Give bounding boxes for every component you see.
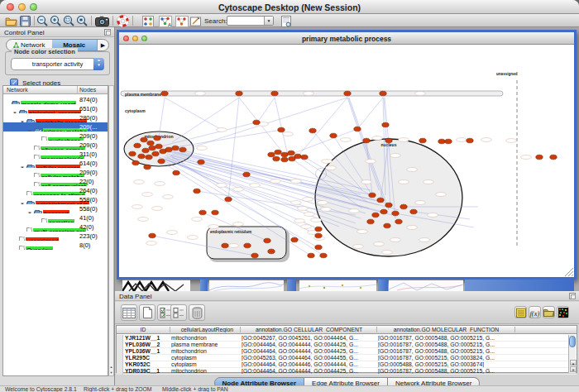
column-id[interactable]: ID [117, 327, 170, 332]
network-node[interactable] [385, 138, 392, 143]
network-node[interactable] [278, 127, 285, 132]
background-window-sliver[interactable] [122, 280, 190, 291]
network-node[interactable] [268, 152, 275, 157]
network-node[interactable] [372, 213, 379, 218]
tree-item-cellular-process[interactable]: ▼cellular process614(0) [3, 159, 108, 168]
network-node[interactable] [253, 120, 260, 125]
tree-item-primary-metabo[interactable]: ▼primary metabo209(... [3, 122, 108, 131]
zoom-out-button[interactable] [36, 15, 49, 27]
network-node[interactable] [377, 198, 384, 203]
network-node[interactable] [344, 91, 351, 96]
zoom-in-button[interactable] [50, 15, 62, 27]
network-node[interactable] [225, 197, 232, 202]
network-window-titlebar[interactable]: primary metabolic process [119, 32, 574, 45]
network-node[interactable] [445, 139, 452, 144]
network-node[interactable] [138, 154, 145, 159]
network-node[interactable] [165, 147, 172, 152]
table-row[interactable]: YKR052Ccytoplasm[GO:0044464, GO:0044446,… [117, 361, 577, 368]
column-cellular-layout-region[interactable]: _cellularLayoutRegion [171, 327, 241, 332]
network-node[interactable] [536, 155, 543, 160]
network-node[interactable] [134, 143, 141, 148]
network-node[interactable] [173, 170, 179, 175]
column-go-molecular-function[interactable]: annotation.GO MOLECULAR_FUNCTION [378, 327, 515, 332]
tree-item-biological-process[interactable]: ▼biological_process651(0) [3, 104, 108, 113]
tree-item-cell-communicat[interactable]: cell communicat22(0) [3, 177, 108, 186]
tree-item-response-to-stimul[interactable]: response to stimul264(0) [3, 186, 108, 195]
column-divider[interactable] [77, 86, 78, 94]
network-node[interactable] [363, 138, 370, 143]
network-node[interactable] [142, 148, 149, 153]
background-window-sliver[interactable] [389, 280, 463, 291]
tree-item-multi-organism-pro[interactable]: multi-organism pro42(0) [3, 222, 108, 232]
network-node[interactable] [419, 138, 426, 143]
scroll-down-arrow[interactable]: ▼ [570, 366, 577, 372]
network-node[interactable] [154, 136, 160, 141]
network-node[interactable] [194, 189, 200, 194]
network-node[interactable] [410, 209, 417, 214]
snapshot-camera-button[interactable] [95, 15, 109, 27]
canvas-resize-grip[interactable] [565, 268, 573, 276]
import-attributes-button[interactable] [543, 306, 555, 318]
network-node[interactable] [243, 172, 250, 177]
table-row[interactable]: YPL036W__1mitochondrion[GO:0044464, GO:0… [117, 348, 577, 355]
network-node[interactable] [179, 147, 186, 152]
network-node[interactable] [382, 122, 389, 127]
save-button[interactable] [20, 15, 31, 27]
network-node[interactable] [275, 150, 281, 155]
table-row[interactable]: YJR121W__1mitochondrion[GO:0045267, GO:0… [117, 335, 577, 342]
network-node[interactable] [141, 137, 147, 142]
network-node[interactable] [288, 151, 294, 155]
help-lifesaver-button[interactable] [117, 15, 129, 27]
network-node[interactable] [291, 237, 298, 242]
network-node[interactable] [264, 238, 270, 243]
tabs-overflow-arrow[interactable]: ▶ [97, 40, 108, 50]
edit-network-b-button[interactable] [175, 15, 189, 27]
network-node[interactable] [395, 219, 402, 224]
network-node[interactable] [149, 233, 156, 238]
scroll-up-arrow[interactable]: ▲ [570, 360, 577, 366]
network-node[interactable] [149, 146, 156, 151]
network-canvas[interactable]: plasma membrane cytoplasm mitochondrion … [119, 45, 574, 277]
search-settings-button[interactable] [281, 15, 291, 27]
dropdown-stepper-icon[interactable]: ▲▼ [93, 58, 104, 70]
tree-item-secretion[interactable]: secretion41(0) [3, 213, 108, 222]
network-node[interactable] [330, 133, 337, 138]
network-view-window[interactable]: primary metabolic process plasma membran… [117, 30, 577, 280]
background-window-border[interactable] [378, 280, 388, 291]
network-node[interactable] [467, 138, 473, 143]
network-node[interactable] [384, 223, 390, 228]
edit-network-a-button[interactable]: A [159, 15, 172, 27]
network-node[interactable] [281, 157, 288, 162]
new-attribute-button[interactable] [139, 304, 156, 321]
delete-attribute-button[interactable] [189, 304, 205, 321]
tree-item-mosaic-demo-yeast[interactable]: mosaic-demo-yeast874(0) [3, 95, 108, 104]
network-node[interactable] [309, 128, 316, 133]
network-node[interactable] [301, 155, 308, 160]
network-node[interactable] [152, 151, 159, 156]
network-node[interactable] [268, 249, 275, 254]
network-node[interactable] [354, 127, 361, 131]
table-row[interactable]: YPL036W__2plasma membrane[GO:0044464, GO… [117, 342, 577, 348]
network-node[interactable] [158, 159, 165, 164]
table-row[interactable]: YLR295Ccytoplasm[GO:0045263, GO:0044464,… [117, 355, 577, 361]
tree-item-establishment-of-lo[interactable]: ▼establishment of lo558(0) [3, 195, 108, 204]
network-node[interactable] [132, 160, 139, 165]
zoom-selected-button[interactable] [63, 15, 75, 27]
network-node[interactable] [222, 243, 228, 248]
network-node[interactable] [438, 139, 445, 144]
background-window-border[interactable] [465, 280, 574, 291]
network-node[interactable] [161, 91, 168, 96]
tree-item-cellular-metabo[interactable]: cellular metabo209(0) [3, 168, 108, 177]
network-node[interactable] [146, 155, 152, 160]
network-node[interactable] [315, 227, 322, 232]
background-window-border[interactable] [200, 280, 208, 291]
network-node[interactable] [212, 210, 218, 215]
network-node[interactable] [129, 151, 136, 156]
tree-item-unassigned[interactable]: unassigned223(0) [3, 232, 108, 241]
network-node[interactable] [367, 219, 374, 224]
network-node[interactable] [251, 253, 258, 258]
network-node[interactable] [550, 155, 557, 160]
network-node[interactable] [244, 243, 251, 248]
network-node[interactable] [369, 193, 376, 198]
tree-item-overview[interactable]: Overview8(0) [3, 241, 108, 250]
